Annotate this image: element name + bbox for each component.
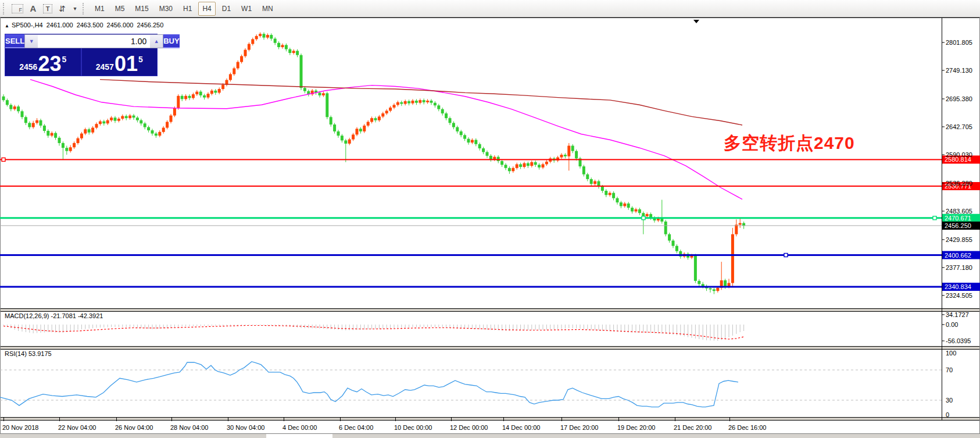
bottom-strip: [0, 433, 980, 438]
svg-text:20 Nov 2018: 20 Nov 2018: [2, 424, 38, 431]
volume-decrease-button[interactable]: ▼: [25, 35, 38, 48]
svg-text:30: 30: [946, 397, 953, 404]
symbol-triangle-icon: ▲: [5, 23, 9, 29]
svg-text:17 Dec 20:00: 17 Dec 20:00: [560, 424, 598, 431]
toolbar-grip[interactable]: [3, 3, 7, 15]
svg-text:2801.805: 2801.805: [946, 39, 972, 46]
svg-text:2429.855: 2429.855: [946, 236, 972, 243]
volume-increase-button[interactable]: ▲: [150, 35, 163, 48]
timeframe-m1-button[interactable]: M1: [91, 2, 109, 16]
svg-text:2536.280: 2536.280: [946, 180, 972, 187]
sell-price-prefix: 2456: [19, 62, 37, 72]
svg-text:6 Dec 04:00: 6 Dec 04:00: [339, 424, 373, 431]
svg-text:2483.605: 2483.605: [946, 208, 972, 215]
svg-text:4 Dec 00:00: 4 Dec 00:00: [282, 424, 317, 431]
timeframe-h1-button[interactable]: H1: [179, 2, 196, 16]
buy-button[interactable]: BUY: [163, 34, 179, 48]
dropdown-caret-icon[interactable]: ▾: [72, 2, 78, 15]
svg-text:2590.030: 2590.030: [946, 151, 972, 158]
svg-text:70: 70: [946, 366, 953, 373]
buy-price-prefix: 2457: [96, 62, 114, 72]
buy-price[interactable]: 2457 01 5: [82, 48, 158, 76]
svg-text:30 Nov 04:00: 30 Nov 04:00: [227, 424, 264, 431]
svg-text:2377.180: 2377.180: [946, 264, 972, 271]
sell-price[interactable]: 2456 23 5: [5, 48, 82, 76]
one-click-trade-panel: SELL ▼ ▲ BUY 2456 23 5 2457 01 5: [5, 34, 158, 76]
symbol-info: ▲SP500-,H42461.0002463.5002456.0002456.2…: [5, 22, 167, 29]
chart-annotation: 多空转折点2470: [724, 131, 855, 155]
toolbar-grip[interactable]: [83, 3, 87, 15]
volume-spinner: ▼ ▲: [24, 34, 163, 48]
text-tool-icon[interactable]: T: [43, 4, 52, 13]
svg-text:2456.250: 2456.250: [945, 222, 971, 229]
svg-text:26 Dec 16:00: 26 Dec 16:00: [728, 424, 766, 431]
svg-text:0.00: 0.00: [946, 321, 958, 328]
svg-text:19 Dec 20:00: 19 Dec 20:00: [617, 424, 655, 431]
buy-price-big: 01: [115, 55, 138, 73]
svg-text:26 Nov 04:00: 26 Nov 04:00: [115, 424, 153, 431]
ohlc-high: 2463.500: [77, 22, 103, 29]
svg-text:2324.505: 2324.505: [946, 292, 972, 299]
sell-price-big: 23: [38, 55, 61, 73]
arrows-tool-icon[interactable]: ⇵: [56, 2, 69, 15]
ohlc-open: 2461.000: [47, 22, 73, 29]
bottom-strip-segment: [266, 434, 332, 438]
timeframe-m30-button[interactable]: M30: [155, 2, 177, 16]
svg-text:2340.834: 2340.834: [945, 283, 971, 290]
svg-text:21 Dec 20:00: 21 Dec 20:00: [674, 424, 711, 431]
timeframe-w1-button[interactable]: W1: [237, 2, 256, 16]
fibo-grid-icon[interactable]: F: [12, 4, 23, 13]
svg-text:12 Dec 00:00: 12 Dec 00:00: [450, 424, 488, 431]
chart-canvas[interactable]: 2580.8142530.7712470.6712400.6622340.834…: [0, 17, 980, 438]
timeframe-h4-button[interactable]: H4: [198, 2, 215, 16]
symbol-name: SP500-,H4: [12, 22, 43, 29]
buy-price-sup: 5: [138, 55, 143, 64]
timeframe-mn-button[interactable]: MN: [258, 2, 277, 16]
rsi-indicator-label: RSI(14) 53.9175: [5, 350, 52, 357]
volume-input[interactable]: [38, 35, 150, 48]
svg-text:10 Dec 00:00: 10 Dec 00:00: [394, 424, 432, 431]
svg-text:-56.0395: -56.0395: [946, 337, 971, 344]
timeframe-d1-button[interactable]: D1: [218, 2, 235, 16]
chart-area: 2580.8142530.7712470.6712400.6622340.834…: [0, 17, 980, 438]
svg-text:14 Dec 00:00: 14 Dec 00:00: [502, 424, 540, 431]
svg-text:34.1727: 34.1727: [946, 311, 969, 318]
svg-text:100: 100: [946, 350, 956, 357]
svg-text:28 Nov 04:00: 28 Nov 04:00: [170, 424, 208, 431]
timeframe-m5-button[interactable]: M5: [111, 2, 129, 16]
sell-price-sup: 5: [62, 55, 66, 64]
ohlc-close: 2456.250: [137, 22, 163, 29]
svg-text:2642.705: 2642.705: [946, 123, 972, 130]
svg-text:2400.662: 2400.662: [945, 252, 971, 259]
macd-indicator-label: MACD(12,26,9) -21.7081 -42.3921: [5, 312, 103, 319]
svg-text:2470.671: 2470.671: [945, 215, 971, 222]
label-a-icon[interactable]: A: [27, 2, 40, 15]
sell-button[interactable]: SELL: [5, 34, 24, 48]
svg-text:2695.380: 2695.380: [946, 95, 972, 102]
svg-text:0: 0: [946, 411, 949, 418]
ohlc-low: 2456.000: [107, 22, 134, 29]
svg-text:2749.130: 2749.130: [946, 67, 972, 74]
toolbar: FAT⇵▾M1M5M15M30H1H4D1W1MN: [0, 0, 980, 17]
timeframe-m15-button[interactable]: M15: [131, 2, 152, 16]
svg-text:22 Nov 04:00: 22 Nov 04:00: [58, 424, 96, 431]
